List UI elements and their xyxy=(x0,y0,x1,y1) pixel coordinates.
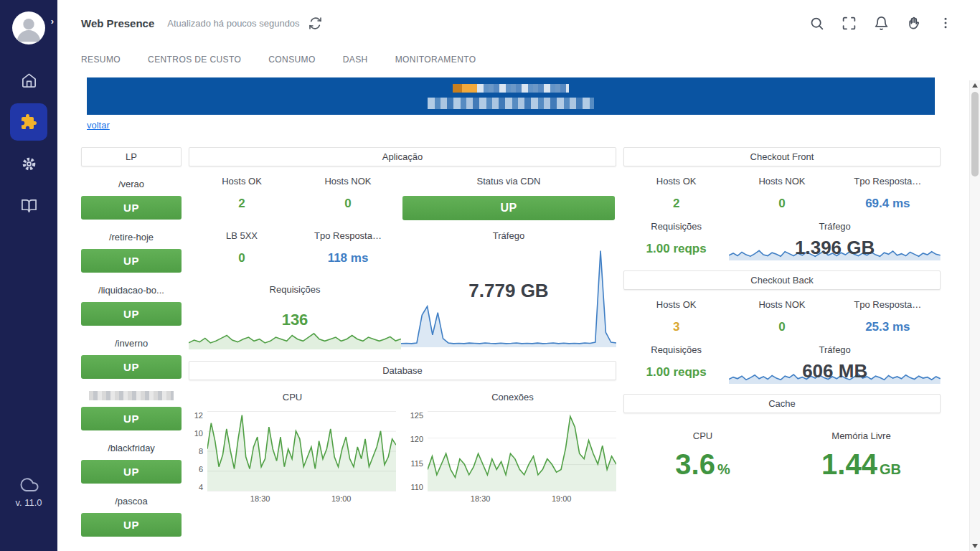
lp-endpoint-item: /liquidacao-bo... UP xyxy=(81,285,182,326)
notifications-bell-icon[interactable] xyxy=(874,16,889,31)
stat-hosts-ok: Hosts OK 3 xyxy=(623,290,729,334)
stat-value: 0 xyxy=(295,197,401,211)
stat-trafego: Tráfego 606 MB xyxy=(729,344,941,384)
lp-endpoint-item: /retire-hoje UP xyxy=(81,232,182,273)
kebab-menu-icon[interactable] xyxy=(938,16,953,30)
search-icon[interactable] xyxy=(809,16,824,31)
stat-tpo-resposta: Tpo Resposta… 25.3 ms xyxy=(835,290,941,334)
tab-consumo[interactable]: CONSUMO xyxy=(268,55,315,65)
lp-endpoint-item: UP xyxy=(81,391,182,430)
stat-value: 1.00 reqps xyxy=(623,242,729,256)
stat-requisicoes: Requisições 1.00 reqps xyxy=(623,221,729,260)
sidebar-item-home[interactable] xyxy=(10,62,47,99)
tab-bar: RESUMO CENTROS DE CUSTO CONSUMO DASH MON… xyxy=(57,46,980,76)
conexoes-x-axis: 18:30 19:00 xyxy=(428,491,616,504)
stat-requisicoes: Requisições 1.00 reqps xyxy=(623,344,729,384)
app-version: v. 11.0 xyxy=(15,497,42,508)
stat-value: 0 xyxy=(729,320,834,334)
puzzle-icon xyxy=(20,113,37,131)
panel-title-checkout-front[interactable]: Checkout Front xyxy=(623,147,941,166)
tab-dash[interactable]: DASH xyxy=(343,55,368,65)
scroll-down-arrow-icon[interactable] xyxy=(972,544,978,548)
panel-database: Database CPU 12 10 8 6 4 xyxy=(189,361,616,504)
topbar: Web Presence Atualizado há poucos segund… xyxy=(57,0,980,46)
stat-value: 0 xyxy=(189,251,295,265)
dashboard-content: voltar LP /verao UP /retire-hoje UP /liq… xyxy=(57,76,980,537)
stat-value: 2 xyxy=(189,197,295,211)
panel-aplicacao: Aplicação Hosts OK 2 Hosts NOK 0 xyxy=(189,147,616,349)
lp-status-button[interactable]: UP xyxy=(81,460,182,484)
panel-title-aplicacao[interactable]: Aplicação xyxy=(189,147,616,166)
stat-hosts-ok: Hosts OK 2 xyxy=(623,166,729,211)
home-icon xyxy=(21,72,37,89)
lp-endpoint-item: /inverno UP xyxy=(81,338,182,379)
stat-value: 606 MB xyxy=(729,358,941,384)
stat-value: 3 xyxy=(623,320,729,334)
sidebar-item-apps-active[interactable] xyxy=(10,103,47,141)
cpu-y-axis: 12 10 8 6 4 xyxy=(189,411,207,491)
lp-endpoint-label xyxy=(89,391,174,400)
sidebar-item-docs[interactable] xyxy=(10,187,47,224)
stat-hosts-nok: Hosts NOK 0 xyxy=(729,166,834,211)
stat-value: 3.6% xyxy=(675,448,730,481)
tab-monitoramento[interactable]: MONITORAMENTO xyxy=(395,55,476,65)
stat-value: 1.396 GB xyxy=(729,235,941,260)
fullscreen-icon[interactable] xyxy=(842,16,857,31)
info-banner xyxy=(87,77,935,115)
panel-title-lp[interactable]: LP xyxy=(81,147,182,166)
conexoes-chart[interactable] xyxy=(428,411,616,491)
redacted-banner-line-1 xyxy=(453,84,569,93)
stat-hosts-nok: Hosts NOK 0 xyxy=(729,290,834,334)
hand-grab-icon[interactable] xyxy=(906,16,921,31)
page-title: Web Presence xyxy=(81,17,154,29)
refresh-icon[interactable] xyxy=(308,17,322,30)
stat-value: 0 xyxy=(729,197,834,211)
stat-lb-5xx: LB 5XX 0 xyxy=(189,221,295,276)
stat-value: 136 xyxy=(189,311,401,329)
stat-value: 7.779 GB xyxy=(401,280,616,302)
cpu-x-axis: 18:30 19:00 xyxy=(207,491,396,504)
panel-checkout-front: Checkout Front Hosts OK 2 Hosts NOK 0 Tp… xyxy=(623,147,941,260)
conexoes-y-axis: 125 120 115 110 xyxy=(409,411,428,491)
lp-status-button[interactable]: UP xyxy=(81,302,182,326)
stat-hosts-nok: Hosts NOK 0 xyxy=(295,166,401,221)
tab-centros-de-custo[interactable]: CENTROS DE CUSTO xyxy=(148,55,241,65)
scrollbar-thumb[interactable] xyxy=(971,92,979,176)
stat-status-cdn: Status via CDN UP xyxy=(401,166,616,221)
avatar[interactable] xyxy=(12,11,45,44)
stat-cache-cpu: CPU 3.6% xyxy=(623,422,782,481)
sidebar-item-settings[interactable] xyxy=(10,145,47,182)
panel-title-database[interactable]: Database xyxy=(189,361,616,380)
panel-title-checkout-back[interactable]: Checkout Back xyxy=(623,270,941,290)
stat-hosts-ok: Hosts OK 2 xyxy=(189,166,295,221)
gear-icon xyxy=(21,156,37,172)
cdn-status-button[interactable]: UP xyxy=(402,196,615,220)
vertical-scrollbar[interactable] xyxy=(969,80,980,551)
stat-value: 1.00 reqps xyxy=(623,365,729,380)
panel-title-cache[interactable]: Cache xyxy=(623,394,941,413)
middle-column: Aplicação Hosts OK 2 Hosts NOK 0 xyxy=(189,147,616,504)
panel-checkout-back: Checkout Back Hosts OK 3 Hosts NOK 0 Tpo… xyxy=(623,270,941,384)
lp-endpoint-label: /blackfriday xyxy=(81,443,182,453)
stat-requisicoes: Requisições 136 xyxy=(189,276,401,349)
panel-cache: Cache CPU 3.6% Memória Livre 1.44GB xyxy=(623,394,941,481)
tab-resumo[interactable]: RESUMO xyxy=(81,55,121,65)
sidebar-expand-chevron-icon[interactable]: › xyxy=(51,16,54,27)
stat-value: 118 ms xyxy=(295,251,401,265)
lp-endpoint-label: /pascoa xyxy=(81,496,182,507)
lp-status-button[interactable]: UP xyxy=(81,355,182,379)
cpu-chart[interactable] xyxy=(207,411,396,491)
stat-value: 69.4 ms xyxy=(835,197,941,211)
lp-status-button[interactable]: UP xyxy=(81,407,182,430)
lp-status-button[interactable]: UP xyxy=(81,196,182,220)
sidebar: › xyxy=(0,0,57,551)
lp-status-button[interactable]: UP xyxy=(81,249,182,273)
voltar-link[interactable]: voltar xyxy=(87,120,110,131)
scroll-up-arrow-icon[interactable] xyxy=(972,83,978,88)
lp-status-button[interactable]: UP xyxy=(81,513,182,537)
lp-endpoint-item: /pascoa UP xyxy=(81,496,182,537)
lp-endpoint-item: /blackfriday UP xyxy=(81,443,182,484)
requisicoes-sparkline xyxy=(189,331,401,349)
stat-tpo-resposta: Tpo Resposta… 118 ms xyxy=(295,221,401,276)
panel-lp: LP /verao UP /retire-hoje UP /liquidacao… xyxy=(81,147,182,537)
